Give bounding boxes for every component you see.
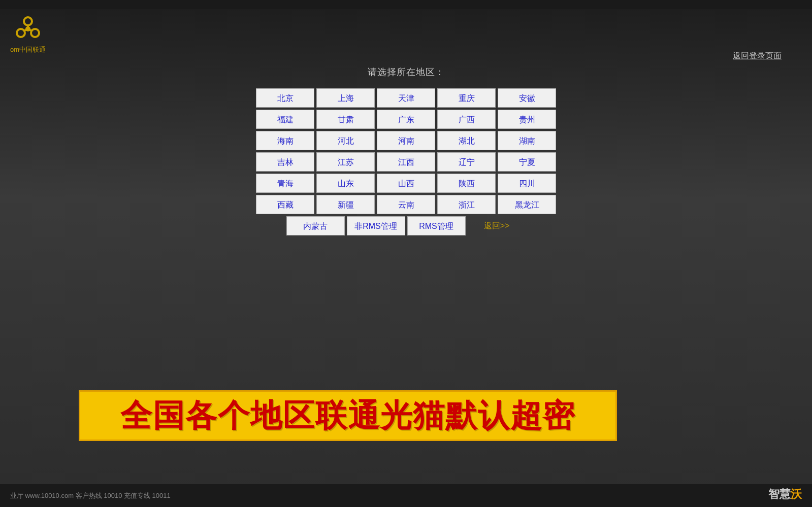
region-btn-tianjin[interactable]: 天津 [377, 88, 435, 108]
region-btn-xinjiang[interactable]: 新疆 [316, 195, 375, 214]
banner-text: 全国各个地区联通光猫默认超密 [120, 394, 575, 437]
banner: 全国各个地区联通光猫默认超密 [79, 390, 617, 441]
region-btn-shanghai[interactable]: 上海 [316, 88, 375, 108]
main-content: 请选择所在地区： 北京 上海 天津 重庆 安徽 福建 甘肃 广东 广西 贵州 海… [0, 66, 812, 235]
region-btn-neimenggu[interactable]: 内蒙古 [286, 216, 345, 235]
region-btn-beijing[interactable]: 北京 [256, 88, 314, 108]
region-btn-shanxi[interactable]: 山西 [377, 174, 435, 193]
region-btn-xizang[interactable]: 西藏 [256, 195, 314, 214]
region-btn-heilongjiang[interactable]: 黑龙江 [498, 195, 556, 214]
return-btn[interactable]: 返回>> [468, 216, 526, 235]
region-btn-jiangsu[interactable]: 江苏 [316, 152, 375, 172]
btn-non-rms[interactable]: 非RMS管理 [347, 216, 405, 235]
region-btn-hubei[interactable]: 湖北 [437, 131, 496, 150]
region-btn-hainan[interactable]: 海南 [256, 131, 314, 150]
region-btn-ningxia[interactable]: 宁夏 [498, 152, 556, 172]
region-btn-shaanxi[interactable]: 陕西 [437, 174, 496, 193]
region-btn-anhui[interactable]: 安徽 [498, 88, 556, 108]
return-login-link[interactable]: 返回登录页面 [733, 51, 782, 61]
region-btn-liaoning[interactable]: 辽宁 [437, 152, 496, 172]
region-btn-guangdong[interactable]: 广东 [377, 110, 435, 129]
region-btn-yunnan[interactable]: 云南 [377, 195, 435, 214]
region-btn-jiangxi[interactable]: 江西 [377, 152, 435, 172]
region-btn-chongqing[interactable]: 重庆 [437, 88, 496, 108]
select-title: 请选择所在地区： [368, 66, 445, 78]
brand-zhi: 智慧 [768, 488, 791, 500]
svg-point-0 [24, 17, 32, 25]
bottom-row: 内蒙古 非RMS管理 RMS管理 返回>> [286, 216, 526, 235]
region-btn-sichuan[interactable]: 四川 [498, 174, 556, 193]
region-btn-guangxi[interactable]: 广西 [437, 110, 496, 129]
footer-text: 业厅 www.10010.com 客户热线 10010 充值专线 10011 [10, 491, 171, 500]
region-btn-gansu[interactable]: 甘肃 [316, 110, 375, 129]
region-btn-hunan[interactable]: 湖南 [498, 131, 556, 150]
region-btn-guizhou[interactable]: 贵州 [498, 110, 556, 129]
btn-rms[interactable]: RMS管理 [407, 216, 466, 235]
smart-wo-brand: 智慧沃 [768, 487, 802, 502]
region-btn-fujian[interactable]: 福建 [256, 110, 314, 129]
region-grid: 北京 上海 天津 重庆 安徽 福建 甘肃 广东 广西 贵州 海南 河北 河南 湖… [256, 88, 556, 214]
logo-text: om中国联通 [10, 45, 46, 54]
region-btn-henan[interactable]: 河南 [377, 131, 435, 150]
footer: 业厅 www.10010.com 客户热线 10010 充值专线 10011 [0, 484, 812, 507]
region-btn-jilin[interactable]: 吉林 [256, 152, 314, 172]
brand-wo: 沃 [791, 488, 802, 500]
region-btn-hebei[interactable]: 河北 [316, 131, 375, 150]
region-btn-zhejiang[interactable]: 浙江 [437, 195, 496, 214]
region-btn-qinghai[interactable]: 青海 [256, 174, 314, 193]
region-btn-shandong[interactable]: 山东 [316, 174, 375, 193]
logo-area: om中国联通 [10, 15, 46, 54]
